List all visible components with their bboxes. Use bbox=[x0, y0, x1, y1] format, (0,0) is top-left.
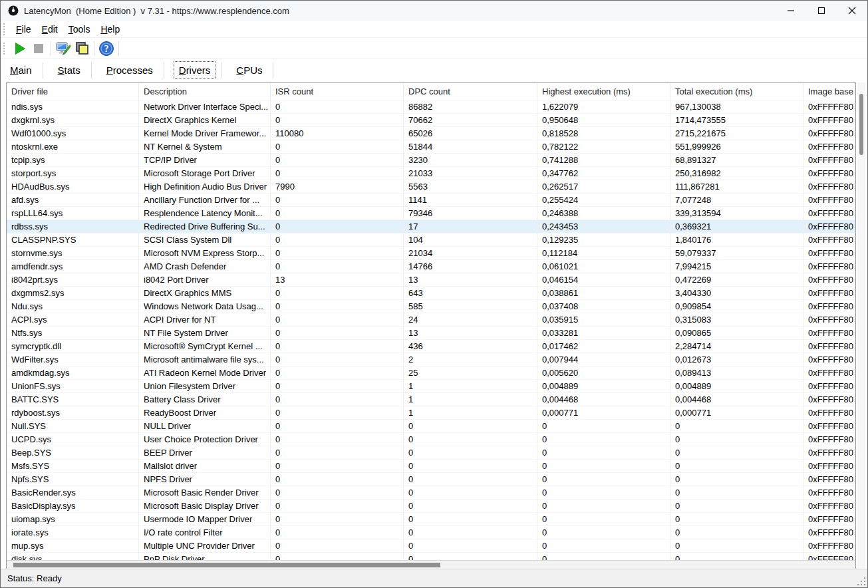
help-button[interactable]: ? bbox=[97, 40, 116, 57]
table-row[interactable]: afd.sys Ancillary Function Driver for ..… bbox=[7, 193, 855, 206]
cell-total-exec: 2715,221675 bbox=[670, 126, 803, 140]
menu-edit[interactable]: Edit bbox=[37, 22, 63, 37]
table-row[interactable]: uiomap.sys Usermode IO Mapper Driver 0 0… bbox=[7, 512, 855, 525]
tab-separator bbox=[91, 63, 92, 78]
table-row[interactable]: dxgmms2.sys DirectX Graphics MMS 0 643 0… bbox=[7, 286, 855, 299]
horizontal-scrollbar[interactable] bbox=[7, 560, 855, 569]
table-row[interactable]: CLASSPNP.SYS SCSI Class System Dll 0 104… bbox=[7, 233, 855, 246]
cell-description: Microsoft Basic Render Driver bbox=[139, 486, 271, 499]
cell-description: Multiple UNC Provider Driver bbox=[139, 539, 271, 552]
table-row[interactable]: disk.sys PnP Disk Driver 0 0 0 0 0xFFFFF… bbox=[7, 552, 855, 560]
cell-dpc-count: 5563 bbox=[404, 180, 537, 193]
toolbar-grip[interactable] bbox=[3, 43, 5, 55]
column-header-driver-file[interactable]: Driver file bbox=[7, 83, 139, 100]
cell-total-exec: 339,313594 bbox=[670, 206, 803, 220]
cell-image-base: 0xFFFFF80 bbox=[803, 113, 855, 126]
cell-description: i8042 Port Driver bbox=[139, 273, 271, 286]
cell-isr-count: 0 bbox=[271, 299, 404, 313]
tab-separator bbox=[164, 63, 164, 78]
maximize-button[interactable] bbox=[806, 1, 837, 21]
tab-drivers[interactable]: Drivers bbox=[174, 61, 216, 79]
table-row[interactable]: iorate.sys I/O rate control Filter 0 0 0… bbox=[7, 525, 855, 539]
cell-highest-exec: 0,038861 bbox=[537, 286, 670, 299]
cell-isr-count: 0 bbox=[271, 406, 404, 419]
table-row[interactable]: UCPD.sys User Choice Protection Driver 0… bbox=[7, 432, 855, 446]
table-row[interactable]: Beep.SYS BEEP Driver 0 0 0 0 0xFFFFF80 bbox=[7, 446, 855, 459]
table-row[interactable]: BATTC.SYS Battery Class Driver 0 1 0,004… bbox=[7, 392, 855, 406]
table-row[interactable]: WdFilter.sys Microsoft antimalware file … bbox=[7, 353, 855, 366]
cell-isr-count: 0 bbox=[271, 486, 404, 499]
stop-monitor-button[interactable] bbox=[29, 40, 48, 57]
table-row[interactable]: Ntfs.sys NT File System Driver 0 13 0,03… bbox=[7, 326, 855, 339]
drivers-table: Driver file Description ISR count DPC co… bbox=[6, 82, 856, 569]
column-header-isr-count[interactable]: ISR count bbox=[271, 83, 404, 100]
cell-description: ReadyBoost Driver bbox=[139, 406, 271, 419]
menu-file[interactable]: File bbox=[11, 22, 37, 37]
cell-description: Microsoft antimalware file sys... bbox=[139, 353, 271, 366]
minimize-button[interactable] bbox=[776, 1, 806, 21]
close-button[interactable] bbox=[837, 1, 867, 21]
cell-description: ACPI Driver for NT bbox=[139, 313, 271, 326]
cell-driver-file: Ntfs.sys bbox=[7, 326, 139, 339]
menu-help[interactable]: Help bbox=[95, 22, 125, 37]
resize-grip-icon[interactable] bbox=[857, 577, 866, 586]
cell-total-exec: 0 bbox=[670, 486, 803, 499]
table-row[interactable]: Msfs.SYS Mailslot driver 0 0 0 0 0xFFFFF… bbox=[7, 459, 855, 472]
cell-dpc-count: 17 bbox=[404, 220, 537, 233]
table-row[interactable]: storport.sys Microsoft Storage Port Driv… bbox=[7, 166, 855, 180]
column-header-description[interactable]: Description bbox=[139, 83, 271, 100]
table-row[interactable]: BasicDisplay.sys Microsoft Basic Display… bbox=[7, 499, 855, 512]
toolbar-separator bbox=[118, 41, 119, 56]
vertical-scrollbar-thumb[interactable] bbox=[859, 94, 863, 155]
report-button[interactable] bbox=[72, 40, 91, 57]
table-row[interactable]: amdkmdag.sys ATI Radeon Kernel Mode Driv… bbox=[7, 366, 855, 379]
column-header-highest-exec[interactable]: Highest execution (ms) bbox=[537, 83, 670, 100]
table-row[interactable]: amdfendr.sys AMD Crash Defender 0 14766 … bbox=[7, 259, 855, 273]
vertical-scrollbar[interactable] bbox=[857, 82, 865, 569]
table-header-row: Driver file Description ISR count DPC co… bbox=[7, 83, 855, 100]
table-row[interactable]: i8042prt.sys i8042 Port Driver 13 13 0,0… bbox=[7, 273, 855, 286]
menu-grip[interactable] bbox=[3, 23, 5, 35]
table-row[interactable]: rspLLL64.sys Resplendence Latency Monit.… bbox=[7, 206, 855, 220]
column-header-dpc-count[interactable]: DPC count bbox=[404, 83, 537, 100]
cell-highest-exec: 0,741288 bbox=[537, 153, 670, 166]
tab-cpus[interactable]: CPUs bbox=[231, 61, 267, 79]
table-row[interactable]: tcpip.sys TCP/IP Driver 0 3230 0,741288 … bbox=[7, 153, 855, 166]
table-row[interactable]: Wdf01000.sys Kernel Mode Driver Framewor… bbox=[7, 126, 855, 140]
column-header-image-base[interactable]: Image base bbox=[803, 83, 855, 100]
table-row[interactable]: ACPI.sys ACPI Driver for NT 0 24 0,03591… bbox=[7, 313, 855, 326]
cell-isr-count: 0 bbox=[271, 313, 404, 326]
table-row[interactable]: Ndu.sys Windows Network Data Usag... 0 5… bbox=[7, 299, 855, 313]
cell-description: Network Driver Interface Speci... bbox=[139, 100, 271, 113]
start-monitor-button[interactable] bbox=[11, 40, 29, 57]
table-row[interactable]: mup.sys Multiple UNC Provider Driver 0 0… bbox=[7, 539, 855, 552]
menu-tools[interactable]: Tools bbox=[63, 22, 96, 37]
table-row[interactable]: symcryptk.dll Microsoft® SymCrypt Kernel… bbox=[7, 339, 855, 353]
table-row[interactable]: Npfs.SYS NPFS Driver 0 0 0 0 0xFFFFF80 bbox=[7, 472, 855, 486]
tab-main[interactable]: Main bbox=[5, 61, 37, 79]
tab-processes[interactable]: Processes bbox=[101, 61, 158, 79]
cell-total-exec: 0,004889 bbox=[670, 379, 803, 392]
tab-stats[interactable]: Stats bbox=[53, 61, 86, 79]
column-header-total-exec[interactable]: Total execution (ms) bbox=[670, 83, 803, 100]
cell-isr-count: 0 bbox=[271, 166, 404, 180]
horizontal-scrollbar-thumb[interactable] bbox=[13, 563, 440, 567]
cell-driver-file: BasicDisplay.sys bbox=[7, 499, 139, 512]
cell-total-exec: 967,130038 bbox=[670, 100, 803, 113]
table-row[interactable]: rdbss.sys Redirected Drive Buffering Su.… bbox=[7, 220, 855, 233]
cell-description: Redirected Drive Buffering Su... bbox=[139, 220, 271, 233]
table-row[interactable]: UnionFS.sys Union Filesystem Driver 0 1 … bbox=[7, 379, 855, 392]
table-row[interactable]: ndis.sys Network Driver Interface Speci.… bbox=[7, 100, 855, 113]
cell-dpc-count: 14766 bbox=[404, 259, 537, 273]
table-row[interactable]: HDAudBus.sys High Definition Audio Bus D… bbox=[7, 180, 855, 193]
cell-image-base: 0xFFFFF80 bbox=[803, 233, 855, 246]
cell-highest-exec: 0,000771 bbox=[537, 406, 670, 419]
table-row[interactable]: Null.SYS NULL Driver 0 0 0 0 0xFFFFF80 bbox=[7, 419, 855, 432]
cell-total-exec: 0,089413 bbox=[670, 366, 803, 379]
options-button[interactable] bbox=[54, 40, 72, 57]
table-row[interactable]: stornvme.sys Microsoft NVM Express Storp… bbox=[7, 246, 855, 259]
table-row[interactable]: dxgkrnl.sys DirectX Graphics Kernel 0 70… bbox=[7, 113, 855, 126]
table-row[interactable]: BasicRender.sys Microsoft Basic Render D… bbox=[7, 486, 855, 499]
table-row[interactable]: rdyboost.sys ReadyBoost Driver 0 1 0,000… bbox=[7, 406, 855, 419]
table-row[interactable]: ntoskrnl.exe NT Kernel & System 0 51844 … bbox=[7, 140, 855, 153]
